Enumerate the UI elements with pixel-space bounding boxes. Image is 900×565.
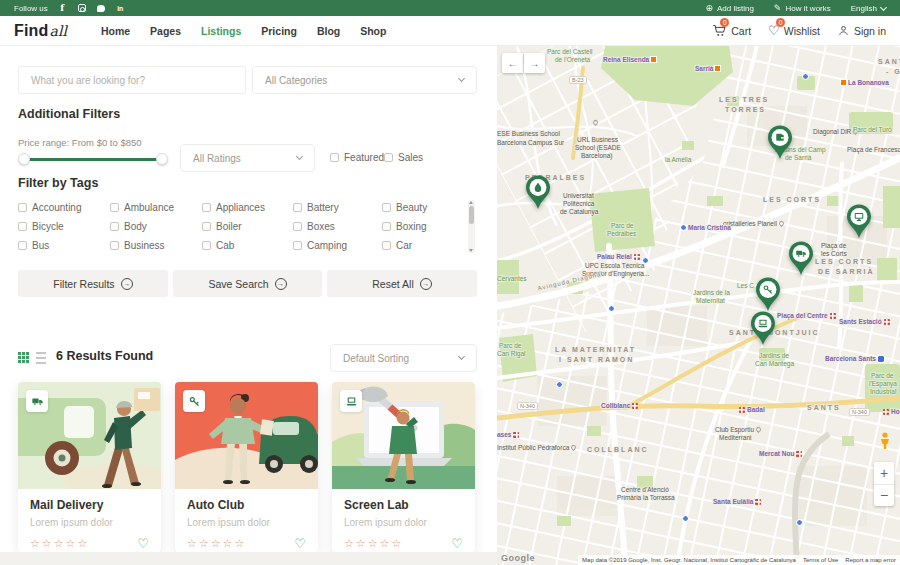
map-marker[interactable] xyxy=(525,175,551,209)
zoom-in-button[interactable]: + xyxy=(874,462,894,485)
ratings-select[interactable]: All Ratings xyxy=(180,144,315,172)
nav-item[interactable]: Shop xyxy=(360,25,386,37)
card-subtitle: Lorem ipsum dolor xyxy=(30,517,149,528)
zoom-out-button[interactable]: − xyxy=(874,485,894,507)
map-label: School (ESADE xyxy=(575,144,621,151)
sales-checkbox[interactable]: Sales xyxy=(384,152,423,163)
listing-card[interactable]: Screen Lab Lorem ipsum dolor ☆☆☆☆☆ xyxy=(332,382,475,552)
save-search-button[interactable]: Save Search xyxy=(173,270,322,297)
checkbox-icon[interactable] xyxy=(330,153,339,162)
tag-item[interactable]: Body xyxy=(110,221,202,232)
checkbox-icon[interactable] xyxy=(18,241,27,250)
favorite-heart-icon[interactable] xyxy=(137,537,149,550)
checkbox-icon[interactable] xyxy=(18,203,27,212)
tags-scrollbar[interactable] xyxy=(468,200,475,253)
checkbox-icon[interactable] xyxy=(202,222,211,231)
map-marker[interactable] xyxy=(750,311,776,345)
map-label: Palau Reial xyxy=(597,253,640,260)
map-marker[interactable] xyxy=(755,277,781,311)
tag-item[interactable]: Boxing xyxy=(382,221,464,232)
how-it-works-link[interactable]: How it works xyxy=(774,3,831,13)
map-label: Can Mantega xyxy=(755,360,794,367)
dot-icon xyxy=(683,516,688,521)
favorite-heart-icon[interactable] xyxy=(294,537,306,550)
tag-item[interactable]: Car xyxy=(382,240,464,251)
tag-item[interactable]: Ambulance xyxy=(110,202,202,213)
tag-item[interactable]: Beauty xyxy=(382,202,464,213)
sign-in-button[interactable]: Sign in xyxy=(837,24,886,37)
checkbox-icon[interactable] xyxy=(293,222,302,231)
tag-item[interactable]: Boxes xyxy=(293,221,382,232)
map-label: de Catalunya xyxy=(560,208,598,215)
nav-item[interactable]: Blog xyxy=(317,25,340,37)
card-title[interactable]: Screen Lab xyxy=(344,498,463,512)
filter-results-button[interactable]: Filter Results xyxy=(18,270,168,297)
list-view-toggle[interactable] xyxy=(36,352,48,364)
search-input[interactable] xyxy=(31,75,233,86)
add-listing-button[interactable]: Add listing xyxy=(705,3,753,13)
listing-card[interactable]: Mail Delivery Lorem ipsum dolor ☆☆☆☆☆ xyxy=(18,382,161,552)
checkbox-icon[interactable] xyxy=(110,222,119,231)
checkbox-icon[interactable] xyxy=(382,222,391,231)
nav-item[interactable]: Listings xyxy=(201,25,241,37)
tag-item[interactable]: Accounting xyxy=(18,202,110,213)
map-marker[interactable] xyxy=(788,241,814,275)
map-label: Institut Públic Pedraforca xyxy=(497,444,576,451)
tag-item[interactable]: Boiler xyxy=(202,221,293,232)
tag-item[interactable]: Camping xyxy=(293,240,382,251)
card-title[interactable]: Auto Club xyxy=(187,498,306,512)
sorting-select[interactable]: Default Sorting xyxy=(330,344,477,372)
tag-item[interactable]: Business xyxy=(110,240,202,251)
checkbox-icon[interactable] xyxy=(293,203,302,212)
nav-item[interactable]: Pages xyxy=(150,25,181,37)
metro-icon xyxy=(634,254,640,260)
cart-button[interactable]: 0 Cart xyxy=(712,23,751,38)
pan-left-button[interactable]: ← xyxy=(502,53,523,73)
topbar: Follow us Add listing How it works Engli… xyxy=(0,0,900,16)
map-marker[interactable] xyxy=(767,125,793,159)
map-canvas[interactable] xyxy=(497,46,900,565)
map-panel[interactable]: Parc del Castellde l'OrenetaSANT- GARein… xyxy=(497,46,900,565)
slider-handle-min[interactable] xyxy=(18,153,30,165)
checkbox-icon[interactable] xyxy=(384,153,393,162)
card-title[interactable]: Mail Delivery xyxy=(30,498,149,512)
map-label: Parc de xyxy=(499,342,521,349)
tag-item[interactable]: Appliances xyxy=(202,202,293,213)
tag-item[interactable]: Bus xyxy=(18,240,110,251)
map-label: de l'Oreneta xyxy=(555,56,590,63)
logo[interactable]: Findall xyxy=(14,22,67,40)
map-marker[interactable] xyxy=(846,204,872,238)
street-view-pegman[interactable] xyxy=(878,432,892,450)
categories-select[interactable]: All Categories xyxy=(252,66,477,94)
language-select[interactable]: English xyxy=(851,4,886,13)
featured-checkbox[interactable]: Featured xyxy=(330,152,384,163)
pan-right-button[interactable]: → xyxy=(524,53,545,73)
reset-all-button[interactable]: Reset All xyxy=(327,270,477,297)
tag-item[interactable]: Cab xyxy=(202,240,293,251)
twitter-icon[interactable] xyxy=(97,5,105,12)
listing-card[interactable]: Auto Club Lorem ipsum dolor ☆☆☆☆☆ xyxy=(175,382,318,552)
slider-handle-max[interactable] xyxy=(156,153,168,165)
scrollbar-thumb[interactable] xyxy=(469,206,474,224)
checkbox-icon[interactable] xyxy=(18,222,27,231)
tag-item[interactable]: Bicycle xyxy=(18,221,110,232)
facebook-icon[interactable] xyxy=(58,4,67,13)
instagram-icon[interactable] xyxy=(78,4,86,12)
tag-item[interactable]: Battery xyxy=(293,202,382,213)
wishlist-button[interactable]: 0 Wishlist xyxy=(768,23,820,38)
checkbox-icon[interactable] xyxy=(382,203,391,212)
checkbox-icon[interactable] xyxy=(202,203,211,212)
nav-item[interactable]: Home xyxy=(101,25,130,37)
nav-item[interactable]: Pricing xyxy=(261,25,297,37)
report-error-link[interactable]: Report a map error xyxy=(845,557,896,563)
favorite-heart-icon[interactable] xyxy=(451,537,463,550)
checkbox-icon[interactable] xyxy=(110,203,119,212)
checkbox-icon[interactable] xyxy=(293,241,302,250)
checkbox-icon[interactable] xyxy=(110,241,119,250)
terms-link[interactable]: Terms of Use xyxy=(803,557,838,563)
grid-view-toggle[interactable] xyxy=(18,352,30,364)
metro-icon xyxy=(796,451,802,457)
linkedin-icon[interactable] xyxy=(116,4,125,13)
checkbox-icon[interactable] xyxy=(202,241,211,250)
checkbox-icon[interactable] xyxy=(382,241,391,250)
